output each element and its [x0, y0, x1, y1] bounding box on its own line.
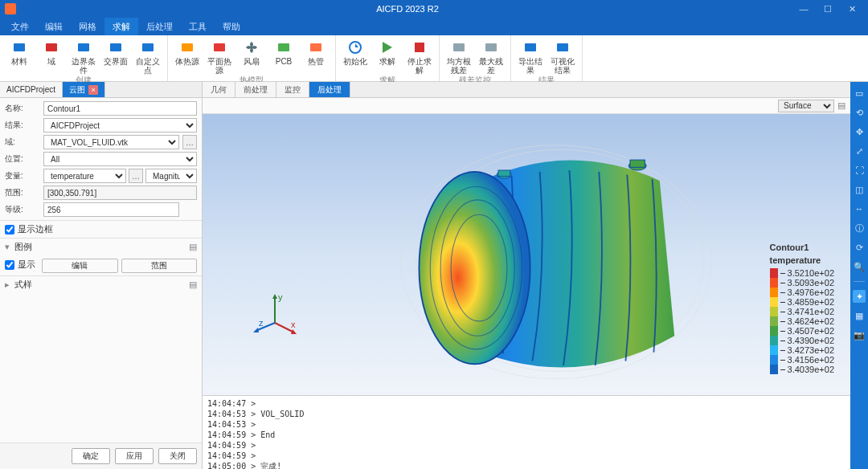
legend-row: 3.4624e+02 [770, 316, 834, 326]
variable-mode-select[interactable]: Magnitude [145, 169, 197, 183]
center-tab-1[interactable]: 前处理 [235, 82, 276, 97]
variable-select[interactable]: temperature [43, 169, 126, 183]
menu-6[interactable]: 帮助 [215, 18, 248, 35]
left-tab-0[interactable]: AICFDProject [0, 82, 63, 97]
app-logo-icon [5, 3, 16, 14]
center-tab-3[interactable]: 后处理 [309, 82, 350, 97]
right-pan-icon[interactable]: ✥ [853, 125, 866, 138]
svg-text:y: y [278, 292, 283, 302]
ribbon-uniform-button[interactable]: 均方根残差 [444, 37, 473, 75]
ribbon-boundary-button[interactable]: 边界条件 [69, 37, 98, 75]
range-legend-button[interactable]: 范围 [121, 259, 198, 273]
menu-2[interactable]: 网格 [71, 18, 104, 35]
variable-more-button[interactable]: … [129, 169, 143, 183]
result-select[interactable]: AICFDProject [43, 118, 197, 133]
right-refresh-icon[interactable]: ⟳ [853, 241, 866, 254]
legend-title1: Contour1 [770, 243, 834, 252]
ribbon-volheat-button[interactable]: 体热源 [173, 37, 202, 66]
ribbon-visual-button[interactable]: 可视化结果 [548, 37, 577, 75]
ribbon-export-button[interactable]: 导出结果 [516, 37, 545, 75]
svg-rect-26 [498, 170, 510, 176]
right-wand-icon[interactable]: ✦ [853, 290, 866, 303]
ribbon-init-button[interactable]: 初始化 [341, 37, 370, 66]
menubar: 文件编辑网格求解后处理工具帮助 [0, 18, 868, 35]
output-console[interactable]: 14:04:47 > 14:04:53 > VOL_SOLID 14:04:53… [203, 395, 850, 469]
center-tab-0[interactable]: 几何 [203, 82, 235, 97]
close-button[interactable]: ✕ [841, 2, 863, 16]
svg-marker-33 [291, 329, 297, 334]
right-rotate-icon[interactable]: ⟲ [853, 106, 866, 119]
right-select-icon[interactable]: ▭ [853, 87, 866, 100]
style-collapse-icon[interactable]: ▸ [5, 279, 14, 290]
viewport-options-icon[interactable]: ▤ [837, 100, 845, 111]
fan-icon [243, 39, 260, 56]
right-grid-icon[interactable]: ▦ [853, 309, 866, 322]
material-icon [10, 39, 28, 56]
style-options-icon[interactable]: ▤ [189, 279, 197, 290]
menu-3[interactable]: 求解 [104, 18, 138, 35]
ribbon-fan-button[interactable]: 风扇 [237, 37, 266, 66]
left-tab-1[interactable]: 云图× [63, 82, 105, 97]
location-select[interactable]: All [43, 152, 197, 166]
menu-0[interactable]: 文件 [3, 18, 37, 35]
right-measure-icon[interactable]: ↔ [853, 202, 866, 215]
edit-legend-button[interactable]: 编辑 [42, 259, 118, 273]
minimize-button[interactable]: — [792, 2, 815, 16]
show-boundary-checkbox[interactable]: 显示边框 [5, 223, 197, 235]
menu-1[interactable]: 编辑 [37, 18, 71, 35]
menu-4[interactable]: 后处理 [138, 18, 181, 35]
close-panel-button[interactable]: 关闭 [158, 448, 197, 464]
svg-text:x: x [291, 320, 296, 329]
show-legend-checkbox[interactable]: 显示 [5, 259, 35, 271]
domain-select[interactable]: MAT_VOL_FLUID.vtk [43, 135, 179, 149]
properties-panel: AICFDProject云图× 名称: 结果: AICFDProject 域: … [0, 82, 203, 469]
contour-form: 名称: 结果: AICFDProject 域: MAT_VOL_FLUID.vt… [0, 98, 202, 220]
close-tab-icon[interactable]: × [88, 85, 98, 95]
viewport-toolbar: Surface ▤ [203, 98, 850, 114]
right-fit-icon[interactable]: ⛶ [853, 164, 866, 177]
ribbon-group: 材料域边界条件交界面自定义点创建 [0, 35, 168, 81]
ribbon-domain-button[interactable]: 域 [37, 37, 66, 66]
legend-row: 3.4741e+02 [770, 307, 834, 316]
ribbon-material-button[interactable]: 材料 [5, 37, 34, 66]
apply-button[interactable]: 应用 [115, 448, 154, 464]
ribbon-pcb-button[interactable]: PCB [269, 37, 298, 66]
legend-options-icon[interactable]: ▤ [189, 242, 197, 252]
ribbon-group: 体热源平面热源风扇PCB热管热模型 [168, 35, 336, 81]
viewport-3d[interactable]: y x z Contour1 temperature 3.5210e+023.5… [203, 114, 850, 395]
legend-row: 3.4039e+02 [770, 365, 834, 374]
ribbon-stop-button[interactable]: 停止求解 [405, 37, 434, 75]
visual-icon [554, 39, 571, 56]
center-panel: 几何前处理监控后处理 Surface ▤ [203, 82, 850, 469]
svg-rect-9 [310, 43, 321, 51]
ribbon-planeheat-button[interactable]: 平面热源 [205, 37, 234, 75]
legend-color-swatch [770, 278, 778, 288]
ribbon-custompt-button[interactable]: 自定义点 [133, 37, 162, 75]
legend-color-swatch [770, 316, 778, 326]
right-search-icon[interactable]: 🔍 [853, 260, 866, 273]
ribbon-surface-button[interactable]: 交界面 [101, 37, 130, 66]
legend-color-swatch [770, 307, 778, 316]
ribbon-max-button[interactable]: 最大残差 [477, 37, 506, 75]
range-label: 范围: [5, 187, 40, 198]
right-camera-icon[interactable]: 📷 [853, 328, 866, 341]
menu-5[interactable]: 工具 [181, 18, 215, 35]
boundary-icon [75, 39, 92, 56]
name-input[interactable] [43, 101, 197, 116]
right-info-icon[interactable]: ⓘ [853, 222, 866, 234]
ribbon-solve-button[interactable]: 求解 [373, 37, 402, 66]
maximize-button[interactable]: ☐ [817, 2, 839, 16]
view-mode-select[interactable]: Surface [778, 100, 834, 112]
svg-marker-30 [272, 294, 277, 299]
domain-label: 域: [5, 137, 40, 148]
legend-collapse-icon[interactable]: ▾ [5, 242, 14, 252]
legend-row: 3.5210e+02 [770, 268, 834, 278]
right-section-icon[interactable]: ◫ [853, 183, 866, 196]
domain-more-button[interactable]: … [182, 135, 197, 149]
level-input[interactable] [43, 202, 179, 217]
ribbon-pipe-button[interactable]: 热管 [301, 37, 330, 66]
center-tab-2[interactable]: 监控 [276, 82, 309, 97]
svg-marker-36 [253, 328, 259, 332]
right-zoom-icon[interactable]: ⤢ [853, 145, 866, 157]
ok-button[interactable]: 确定 [72, 448, 110, 464]
